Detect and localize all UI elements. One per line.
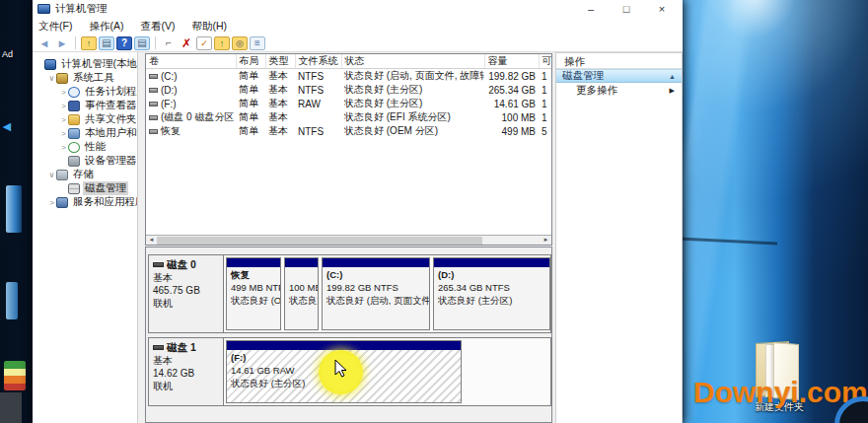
expander-icon[interactable]: > bbox=[59, 143, 68, 152]
cell-volume: (C:) bbox=[146, 69, 236, 84]
volume-table-header-row: 卷布局类型文件系统状态容量可 bbox=[146, 54, 552, 69]
menu-item-2[interactable]: 查看(V) bbox=[140, 20, 175, 34]
disk-kind: 基本 bbox=[153, 354, 219, 367]
column-header-5[interactable]: 容量 bbox=[484, 54, 539, 69]
tree-item-7[interactable]: 设备管理器 bbox=[33, 154, 137, 168]
tree-item-2[interactable]: >任务计划程序 bbox=[33, 85, 137, 99]
partition-恢复[interactable]: 恢复499 MB NTFS状态良好 (OEM 分区) bbox=[226, 257, 281, 330]
desktop-icon-partial[interactable] bbox=[6, 185, 22, 233]
scroll-left-arrow-icon[interactable]: ◄ bbox=[146, 236, 157, 245]
expander-icon[interactable]: > bbox=[47, 198, 56, 207]
cell-capacity: 499 MB bbox=[484, 124, 539, 138]
column-header-6[interactable]: 可 bbox=[539, 54, 552, 69]
desktop-icon-partial[interactable] bbox=[0, 392, 22, 423]
device-manager-icon bbox=[68, 156, 80, 167]
expander-icon[interactable]: > bbox=[59, 102, 68, 110]
folder-up-icon[interactable]: ↑ bbox=[81, 36, 97, 50]
tree-item-4[interactable]: >共享文件夹 bbox=[33, 112, 137, 126]
volume-icon bbox=[149, 115, 158, 120]
tree-item-label: 事件查看器 bbox=[83, 99, 138, 112]
partition-body: 恢复499 MB NTFS状态良好 (OEM 分区) bbox=[227, 267, 280, 329]
toolbar-separator bbox=[155, 36, 156, 49]
volume-row-2[interactable]: (F:)简单基本RAW状态良好 (主分区)14.61 GB1 bbox=[146, 97, 552, 110]
desktop-icon-partial[interactable] bbox=[4, 361, 26, 390]
details-view-icon[interactable]: ≡ bbox=[250, 36, 265, 50]
cell-capacity: 265.34 GB bbox=[484, 83, 539, 97]
expander-icon[interactable]: > bbox=[59, 115, 68, 124]
actions-section-disk-management[interactable]: 磁盘管理 ▲ bbox=[556, 69, 682, 83]
close-button[interactable]: × bbox=[647, 0, 677, 18]
volume-row-3[interactable]: (磁盘 0 磁盘分区 2)简单基本状态良好 (EFI 系统分区)100 MB1 bbox=[146, 110, 552, 124]
tree-item-3[interactable]: >事件查看器 bbox=[33, 99, 137, 112]
forward-icon[interactable]: ► bbox=[54, 36, 70, 50]
cell-extra: 1 bbox=[539, 97, 552, 110]
horizontal-scrollbar[interactable]: ◄ ► bbox=[146, 235, 551, 245]
title-bar[interactable]: 计算机管理 – □ × bbox=[33, 0, 683, 18]
column-header-1[interactable]: 布局 bbox=[236, 54, 265, 69]
partition-efi[interactable]: 100 MB状态良好 (EFI 系统分区) bbox=[284, 257, 319, 330]
cell-status: 状态良好 (启动, 页面文件, 故障转储, 主分区) bbox=[341, 69, 484, 84]
volume-row-0[interactable]: (C:)简单基本NTFS状态良好 (启动, 页面文件, 故障转储, 主分区)19… bbox=[146, 69, 552, 84]
column-header-3[interactable]: 文件系统 bbox=[295, 54, 341, 69]
back-icon[interactable]: ◄ bbox=[36, 36, 52, 50]
expander-icon[interactable]: > bbox=[59, 88, 68, 97]
tree-item-0[interactable]: 计算机管理(本地) bbox=[33, 57, 137, 71]
expander-icon[interactable]: ∨ bbox=[47, 74, 56, 83]
show-console-tree-icon[interactable]: ▤ bbox=[99, 36, 114, 50]
partition-status: 状态良好 (启动, 页面文件, 故障转储, 主分区) bbox=[326, 294, 425, 307]
more-actions-label: 更多操作 bbox=[576, 84, 617, 98]
disk-status: 联机 bbox=[153, 297, 219, 310]
menu-item-0[interactable]: 文件(F) bbox=[38, 20, 72, 34]
desktop-arrow-icon[interactable]: ◄ bbox=[0, 118, 14, 134]
cell-type: 基本 bbox=[265, 124, 295, 138]
expander-icon[interactable]: > bbox=[59, 129, 68, 138]
tree-item-selected-9[interactable]: 磁盘管理 bbox=[33, 181, 137, 195]
scroll-right-arrow-icon[interactable]: ► bbox=[541, 236, 551, 245]
tree-item-label: 共享文件夹 bbox=[83, 112, 138, 126]
tree-item-6[interactable]: >性能 bbox=[33, 140, 137, 154]
disk-label-0[interactable]: 磁盘 0基本465.75 GB联机 bbox=[149, 255, 224, 332]
cell-fs: RAW bbox=[295, 97, 341, 110]
tree-item-1[interactable]: ∨系统工具 bbox=[33, 71, 137, 85]
maximize-button[interactable]: □ bbox=[612, 0, 641, 18]
popup-action-icon[interactable]: ⌐ bbox=[161, 36, 177, 50]
help-icon[interactable]: ? bbox=[116, 36, 132, 50]
column-header-0[interactable]: 卷 bbox=[146, 54, 236, 69]
scrollbar-thumb[interactable] bbox=[157, 237, 482, 245]
explore-folder-icon[interactable]: ◎ bbox=[232, 36, 248, 50]
volume-icon bbox=[149, 129, 158, 134]
tree-item-8[interactable]: ∨存储 bbox=[33, 168, 137, 181]
disk-label-1[interactable]: 磁盘 1基本14.62 GB联机 bbox=[149, 338, 224, 405]
cell-layout: 简单 bbox=[236, 97, 265, 110]
partition-status: 状态良好 (主分区) bbox=[438, 294, 545, 307]
properties-pane-icon[interactable]: ▤ bbox=[134, 36, 150, 50]
partition-(D:)[interactable]: (D:)265.34 GB NTFS状态良好 (主分区) bbox=[433, 257, 550, 330]
partition-(C:)[interactable]: (C:)199.82 GB NTFS状态良好 (启动, 页面文件, 故障转储, … bbox=[322, 257, 430, 330]
desktop-icon-partial[interactable] bbox=[6, 282, 18, 319]
tree-item-label: 存储 bbox=[71, 168, 96, 181]
toolbar-separator bbox=[75, 36, 76, 49]
check-disk-icon[interactable]: ✓ bbox=[196, 36, 212, 50]
cell-fs: NTFS bbox=[295, 124, 341, 138]
wallpaper-beam-edge bbox=[679, 237, 777, 245]
tree-item-10[interactable]: >服务和应用程序 bbox=[33, 195, 137, 209]
menu-item-1[interactable]: 操作(A) bbox=[89, 20, 123, 34]
volume-row-4[interactable]: 恢复简单基本NTFS状态良好 (OEM 分区)499 MB5 bbox=[146, 124, 552, 138]
expander-icon[interactable]: ∨ bbox=[47, 171, 56, 179]
column-header-4[interactable]: 状态 bbox=[341, 54, 484, 69]
collapse-icon[interactable]: ▲ bbox=[669, 73, 676, 80]
cell-volume: (F:) bbox=[146, 97, 236, 110]
open-folder-icon[interactable]: ↑ bbox=[214, 36, 230, 50]
menu-item-3[interactable]: 帮助(H) bbox=[191, 20, 227, 34]
disk-icon bbox=[153, 345, 164, 350]
more-actions-item[interactable]: 更多操作 ▶ bbox=[556, 83, 682, 98]
cell-fs: NTFS bbox=[295, 69, 341, 84]
tree-item-5[interactable]: >本地用户和组 bbox=[33, 126, 137, 140]
minimize-button[interactable]: – bbox=[576, 0, 606, 18]
tree-item-label: 任务计划程序 bbox=[83, 85, 138, 99]
column-header-2[interactable]: 类型 bbox=[265, 54, 295, 69]
cell-capacity: 14.61 GB bbox=[484, 97, 539, 110]
volume-row-1[interactable]: (D:)简单基本NTFS状态良好 (主分区)265.34 GB1 bbox=[146, 83, 552, 97]
delete-volume-icon[interactable]: ✗ bbox=[179, 36, 194, 50]
desktop-icon-label-partial[interactable]: Ad bbox=[2, 49, 13, 59]
